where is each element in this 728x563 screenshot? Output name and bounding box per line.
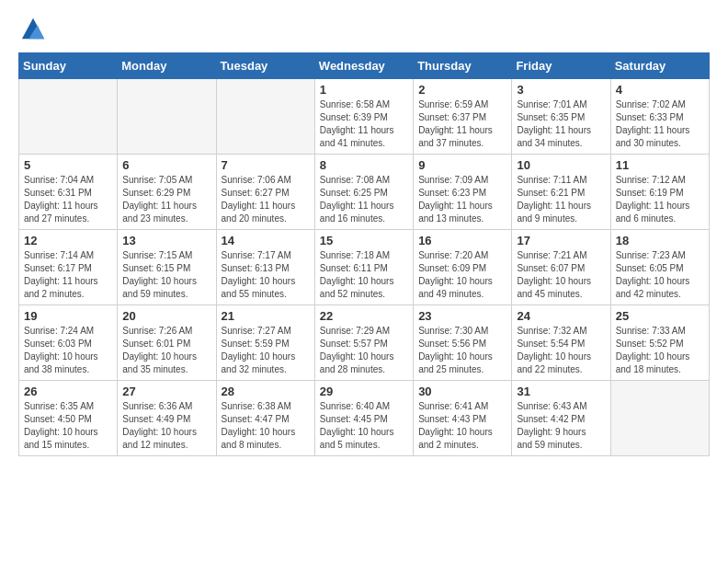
day-info: Sunrise: 6:43 AM Sunset: 4:42 PM Dayligh…: [517, 400, 605, 452]
day-cell: 18Sunrise: 7:23 AM Sunset: 6:05 PM Dayli…: [610, 230, 709, 305]
day-cell: 14Sunrise: 7:17 AM Sunset: 6:13 PM Dayli…: [216, 230, 314, 305]
day-info: Sunrise: 6:41 AM Sunset: 4:43 PM Dayligh…: [418, 400, 506, 452]
day-info: Sunrise: 7:21 AM Sunset: 6:07 PM Dayligh…: [517, 249, 605, 301]
day-cell: 29Sunrise: 6:40 AM Sunset: 4:45 PM Dayli…: [314, 381, 413, 456]
calendar-week-5: 26Sunrise: 6:35 AM Sunset: 4:50 PM Dayli…: [19, 381, 710, 456]
day-cell: 4Sunrise: 7:02 AM Sunset: 6:33 PM Daylig…: [610, 79, 709, 155]
day-number: 23: [418, 309, 506, 323]
day-cell: 1Sunrise: 6:58 AM Sunset: 6:39 PM Daylig…: [314, 79, 413, 155]
day-info: Sunrise: 6:59 AM Sunset: 6:37 PM Dayligh…: [418, 98, 506, 150]
day-number: 31: [517, 385, 605, 398]
calendar-week-3: 12Sunrise: 7:14 AM Sunset: 6:17 PM Dayli…: [19, 230, 710, 305]
day-info: Sunrise: 7:12 AM Sunset: 6:19 PM Dayligh…: [616, 174, 704, 225]
day-info: Sunrise: 6:36 AM Sunset: 4:49 PM Dayligh…: [122, 400, 210, 452]
day-cell: 8Sunrise: 7:08 AM Sunset: 6:25 PM Daylig…: [314, 155, 413, 230]
day-number: 26: [24, 385, 112, 398]
day-info: Sunrise: 7:01 AM Sunset: 6:35 PM Dayligh…: [517, 98, 605, 150]
day-cell: [118, 79, 216, 155]
day-number: 16: [418, 234, 506, 247]
day-header-thursday: Thursday: [414, 53, 512, 79]
day-number: 4: [616, 83, 704, 97]
page-header: [0, 0, 728, 52]
day-header-monday: Monday: [118, 53, 216, 79]
day-cell: 10Sunrise: 7:11 AM Sunset: 6:21 PM Dayli…: [512, 155, 610, 230]
day-number: 18: [616, 234, 704, 247]
day-number: 10: [517, 158, 605, 172]
day-info: Sunrise: 7:18 AM Sunset: 6:11 PM Dayligh…: [320, 249, 408, 301]
day-cell: 23Sunrise: 7:30 AM Sunset: 5:56 PM Dayli…: [414, 305, 512, 381]
day-info: Sunrise: 7:11 AM Sunset: 6:21 PM Dayligh…: [517, 174, 605, 225]
day-info: Sunrise: 7:14 AM Sunset: 6:17 PM Dayligh…: [24, 249, 112, 301]
day-number: 19: [24, 309, 112, 323]
day-info: Sunrise: 7:24 AM Sunset: 6:03 PM Dayligh…: [24, 325, 112, 376]
day-cell: 19Sunrise: 7:24 AM Sunset: 6:03 PM Dayli…: [19, 305, 118, 381]
calendar-wrapper: SundayMondayTuesdayWednesdayThursdayFrid…: [0, 52, 728, 465]
day-number: 29: [320, 385, 408, 398]
day-cell: 26Sunrise: 6:35 AM Sunset: 4:50 PM Dayli…: [19, 381, 118, 456]
day-info: Sunrise: 7:23 AM Sunset: 6:05 PM Dayligh…: [616, 249, 704, 301]
day-number: 2: [418, 83, 506, 97]
day-header-saturday: Saturday: [610, 53, 709, 79]
day-info: Sunrise: 7:04 AM Sunset: 6:31 PM Dayligh…: [24, 174, 112, 225]
day-info: Sunrise: 6:40 AM Sunset: 4:45 PM Dayligh…: [320, 400, 408, 452]
day-number: 8: [320, 158, 408, 172]
day-cell: 30Sunrise: 6:41 AM Sunset: 4:43 PM Dayli…: [414, 381, 512, 456]
day-cell: 28Sunrise: 6:38 AM Sunset: 4:47 PM Dayli…: [216, 381, 314, 456]
day-cell: 12Sunrise: 7:14 AM Sunset: 6:17 PM Dayli…: [19, 230, 118, 305]
day-cell: 24Sunrise: 7:32 AM Sunset: 5:54 PM Dayli…: [512, 305, 610, 381]
day-cell: 20Sunrise: 7:26 AM Sunset: 6:01 PM Dayli…: [118, 305, 216, 381]
day-number: 17: [517, 234, 605, 247]
day-number: 3: [517, 83, 605, 97]
logo-icon: [20, 15, 46, 40]
day-cell: 6Sunrise: 7:05 AM Sunset: 6:29 PM Daylig…: [118, 155, 216, 230]
day-info: Sunrise: 7:29 AM Sunset: 5:57 PM Dayligh…: [320, 325, 408, 376]
day-info: Sunrise: 7:09 AM Sunset: 6:23 PM Dayligh…: [418, 174, 506, 225]
day-cell: 22Sunrise: 7:29 AM Sunset: 5:57 PM Dayli…: [314, 305, 413, 381]
day-number: 30: [418, 385, 506, 398]
day-cell: 7Sunrise: 7:06 AM Sunset: 6:27 PM Daylig…: [216, 155, 314, 230]
day-info: Sunrise: 7:15 AM Sunset: 6:15 PM Dayligh…: [122, 249, 210, 301]
calendar-header: SundayMondayTuesdayWednesdayThursdayFrid…: [19, 53, 710, 79]
day-number: 7: [222, 158, 310, 172]
day-info: Sunrise: 6:35 AM Sunset: 4:50 PM Dayligh…: [24, 400, 112, 452]
day-info: Sunrise: 7:20 AM Sunset: 6:09 PM Dayligh…: [418, 249, 506, 301]
day-info: Sunrise: 7:06 AM Sunset: 6:27 PM Dayligh…: [222, 174, 310, 225]
day-info: Sunrise: 7:33 AM Sunset: 5:52 PM Dayligh…: [616, 325, 704, 376]
day-cell: 21Sunrise: 7:27 AM Sunset: 5:59 PM Dayli…: [216, 305, 314, 381]
day-cell: 25Sunrise: 7:33 AM Sunset: 5:52 PM Dayli…: [610, 305, 709, 381]
day-number: 22: [320, 309, 408, 323]
day-number: 21: [222, 309, 310, 323]
day-info: Sunrise: 7:27 AM Sunset: 5:59 PM Dayligh…: [222, 325, 310, 376]
day-cell: [216, 79, 314, 155]
day-info: Sunrise: 7:32 AM Sunset: 5:54 PM Dayligh…: [517, 325, 605, 376]
day-number: 27: [122, 385, 210, 398]
calendar-week-2: 5Sunrise: 7:04 AM Sunset: 6:31 PM Daylig…: [19, 155, 710, 230]
calendar-week-1: 1Sunrise: 6:58 AM Sunset: 6:39 PM Daylig…: [19, 79, 710, 155]
day-cell: 3Sunrise: 7:01 AM Sunset: 6:35 PM Daylig…: [512, 79, 610, 155]
day-info: Sunrise: 7:30 AM Sunset: 5:56 PM Dayligh…: [418, 325, 506, 376]
day-cell: 27Sunrise: 6:36 AM Sunset: 4:49 PM Dayli…: [118, 381, 216, 456]
day-number: 24: [517, 309, 605, 323]
day-cell: 15Sunrise: 7:18 AM Sunset: 6:11 PM Dayli…: [314, 230, 413, 305]
day-header-wednesday: Wednesday: [314, 53, 413, 79]
day-info: Sunrise: 7:05 AM Sunset: 6:29 PM Dayligh…: [122, 174, 210, 225]
day-info: Sunrise: 6:38 AM Sunset: 4:47 PM Dayligh…: [222, 400, 310, 452]
day-cell: [19, 79, 118, 155]
day-cell: 11Sunrise: 7:12 AM Sunset: 6:19 PM Dayli…: [610, 155, 709, 230]
day-number: 1: [320, 83, 408, 97]
day-header-sunday: Sunday: [19, 53, 118, 79]
day-info: Sunrise: 6:58 AM Sunset: 6:39 PM Dayligh…: [320, 98, 408, 150]
day-info: Sunrise: 7:17 AM Sunset: 6:13 PM Dayligh…: [222, 249, 310, 301]
day-cell: 16Sunrise: 7:20 AM Sunset: 6:09 PM Dayli…: [414, 230, 512, 305]
day-header-friday: Friday: [512, 53, 610, 79]
logo: [18, 15, 46, 45]
day-number: 6: [122, 158, 210, 172]
day-number: 5: [24, 158, 112, 172]
day-info: Sunrise: 7:26 AM Sunset: 6:01 PM Dayligh…: [122, 325, 210, 376]
day-cell: 31Sunrise: 6:43 AM Sunset: 4:42 PM Dayli…: [512, 381, 610, 456]
day-number: 9: [418, 158, 506, 172]
day-number: 13: [122, 234, 210, 247]
header-row: SundayMondayTuesdayWednesdayThursdayFrid…: [19, 53, 710, 79]
day-cell: 9Sunrise: 7:09 AM Sunset: 6:23 PM Daylig…: [414, 155, 512, 230]
day-cell: 2Sunrise: 6:59 AM Sunset: 6:37 PM Daylig…: [414, 79, 512, 155]
